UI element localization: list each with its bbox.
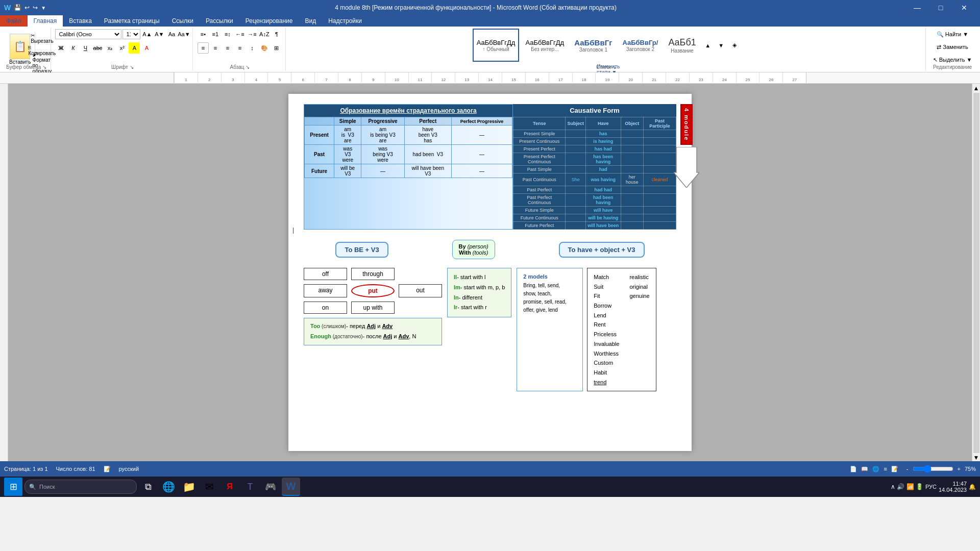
language[interactable]: русский: [119, 466, 139, 472]
style-heading2[interactable]: АаБбВвГр/ Заголовок 2: [618, 29, 662, 62]
with-tools: With (tools): [459, 249, 488, 256]
replace-button[interactable]: ⇄ Заменить: [930, 41, 975, 53]
shading-button[interactable]: 🎨: [259, 42, 270, 54]
tab-home[interactable]: Главная: [28, 15, 63, 27]
bold-button[interactable]: Ж: [55, 42, 66, 54]
tab-references[interactable]: Ссылки: [166, 15, 200, 27]
zoom-slider[interactable]: [913, 465, 953, 473]
decrease-indent-button[interactable]: ←≡: [234, 29, 246, 40]
font-name-select[interactable]: Calibri (Осно: [55, 29, 121, 39]
taskbar-taskview[interactable]: ⧉: [139, 478, 157, 496]
increase-indent-button[interactable]: →≡: [247, 29, 258, 40]
sort-button[interactable]: A↕Z: [259, 29, 270, 40]
font-color-button[interactable]: A: [141, 42, 152, 54]
paragraph-group: ≡• ≡1 ≡↕ ←≡ →≡ A↕Z ¶ ≡ ≡ ≡ ≡ ↕ 🎨 ⊞: [194, 28, 286, 71]
taskbar-word[interactable]: W: [282, 478, 300, 496]
page-count: Страница: 1 из 1: [4, 466, 48, 472]
scroll-down-button[interactable]: ▼: [973, 454, 979, 461]
prefix-im: Im- start with m, p, b: [454, 283, 505, 293]
view-web-icon[interactable]: 🌐: [872, 466, 879, 472]
spell-check-icon[interactable]: 📝: [104, 466, 111, 472]
style-title[interactable]: АаБб1 Название: [664, 29, 700, 62]
zoom-out-button[interactable]: -: [906, 466, 909, 472]
close-button[interactable]: ✕: [952, 0, 976, 15]
causative-row-present-cont: Present Continuous is having: [513, 138, 676, 145]
decrease-font-button[interactable]: A▼: [154, 29, 165, 40]
quick-access-redo[interactable]: ↪: [33, 4, 38, 11]
view-read-icon[interactable]: 📖: [861, 466, 868, 472]
style-no-spacing[interactable]: АаБбВвГгДд Без интер...: [521, 29, 568, 62]
status-bar: Страница: 1 из 1 Число слов: 81 📝 русски…: [0, 461, 980, 477]
tab-file[interactable]: Файл: [0, 15, 28, 27]
causative-table-data: Tense Subject Have Object Past Participl…: [513, 117, 676, 230]
taskbar-teams[interactable]: T: [241, 478, 259, 496]
tab-insert[interactable]: Вставка: [63, 15, 98, 27]
align-center-button[interactable]: ≡: [210, 42, 221, 54]
scroll-up-button[interactable]: ▲: [973, 85, 979, 92]
tense-future: Future: [305, 164, 334, 178]
tab-addins[interactable]: Надстройки: [322, 15, 368, 27]
multilevel-list-button[interactable]: ≡↕: [222, 29, 233, 40]
tab-mailings[interactable]: Рассылки: [200, 15, 239, 27]
bullets-button[interactable]: ≡•: [198, 29, 209, 40]
font-size-menu[interactable]: Aa▼: [178, 29, 189, 40]
view-draft-icon[interactable]: 📝: [891, 466, 898, 472]
tab-view[interactable]: Вид: [299, 15, 322, 27]
taskbar-mail[interactable]: ✉: [200, 478, 218, 496]
tab-layout[interactable]: Разметка страницы: [98, 15, 166, 27]
module-label: 4 module: [680, 104, 693, 145]
cut-button[interactable]: ✂ Вырезать: [36, 33, 47, 44]
styles-more[interactable]: ◈: [729, 40, 740, 51]
view-outline-icon[interactable]: ≡: [884, 466, 887, 472]
quick-access-undo[interactable]: ↩: [24, 4, 30, 11]
show-formatting-button[interactable]: ¶: [271, 29, 282, 40]
ruler: 1 2 3 4 5 6 7 8 9 10 11 12 13 14 15 16 1…: [0, 72, 980, 84]
select-button[interactable]: ↖ Выделить ▼: [930, 54, 975, 65]
tense-past: Past: [305, 145, 334, 164]
right-boxes: 2 models Bring, tell, send,show, teach,p…: [517, 268, 656, 391]
prep-out: out: [399, 284, 442, 297]
increase-font-button[interactable]: A▲: [141, 29, 153, 40]
notification-button[interactable]: 🔔: [969, 484, 976, 490]
find-button[interactable]: 🔍 Найти ▼: [930, 29, 975, 40]
quick-access-save[interactable]: 💾: [14, 4, 21, 11]
taskbar-search[interactable]: 🔍 Поиск: [24, 480, 137, 494]
strikethrough-button[interactable]: abc: [92, 42, 103, 54]
taskbar-xbox[interactable]: 🎮: [261, 478, 280, 496]
subscript-button[interactable]: x₂: [104, 42, 115, 54]
style-normal[interactable]: АаБбВвГгДд ↑ Обычный: [473, 29, 520, 62]
justify-button[interactable]: ≡: [234, 42, 246, 54]
start-button[interactable]: ⊞: [4, 478, 22, 496]
document-scroll-area[interactable]: | 4 module Образование вр: [8, 84, 972, 461]
tab-review[interactable]: Рецензирование: [239, 15, 299, 27]
zoom-in-button[interactable]: +: [958, 466, 961, 472]
taskbar-edge[interactable]: 🌐: [159, 478, 178, 496]
taskbar-yandex[interactable]: Я: [220, 478, 239, 496]
minimize-button[interactable]: —: [905, 0, 929, 15]
taskbar-explorer[interactable]: 📁: [180, 478, 198, 496]
line-spacing-button[interactable]: ↕: [247, 42, 258, 54]
scroll-thumb[interactable]: [973, 93, 979, 453]
quick-access-customize[interactable]: ▼: [41, 5, 46, 11]
clear-format-button[interactable]: Aa: [166, 29, 177, 40]
document-page: | 4 module Образование вр: [288, 94, 692, 451]
align-right-button[interactable]: ≡: [222, 42, 233, 54]
italic-button[interactable]: К: [67, 42, 79, 54]
tables-row: Образование времён страдательного залога…: [304, 104, 676, 230]
style-heading1[interactable]: АаБбВвГг Заголовок 1: [570, 29, 616, 62]
font-size-select[interactable]: 11: [122, 29, 140, 39]
align-left-button[interactable]: ≡: [198, 42, 209, 54]
maximize-button[interactable]: □: [929, 0, 952, 15]
view-print-icon[interactable]: 📄: [850, 466, 857, 472]
vertical-scrollbar[interactable]: ▲ ▼: [972, 84, 980, 461]
passive-table-data: Simple Progressive Perfect Perfect Progr…: [304, 117, 512, 178]
status-right: 📄 📖 🌐 ≡ 📝 - + 75%: [850, 465, 976, 473]
underline-button[interactable]: Ч: [80, 42, 91, 54]
prep-off: off: [304, 268, 347, 280]
borders-button[interactable]: ⊞: [271, 42, 282, 54]
superscript-button[interactable]: x²: [116, 42, 128, 54]
styles-scroll-down[interactable]: ▼: [716, 40, 727, 51]
numbering-button[interactable]: ≡1: [210, 29, 221, 40]
styles-scroll-up[interactable]: ▲: [702, 40, 714, 51]
highlight-button[interactable]: A: [129, 42, 140, 54]
